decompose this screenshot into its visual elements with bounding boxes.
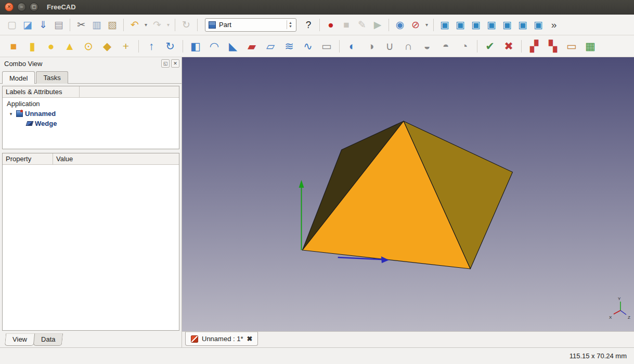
extrude-icon[interactable]: ↑ — [142, 38, 161, 55]
toolbar-separator — [175, 19, 175, 31]
fillet-icon[interactable]: ◠ — [205, 38, 224, 55]
document-tab-label: Unnamed : 1* — [202, 335, 243, 343]
make-face-icon[interactable]: ▰ — [242, 38, 261, 55]
toolbar-separator — [138, 40, 139, 53]
tab-tasks[interactable]: Tasks — [36, 71, 68, 84]
clipping-dropdown-icon[interactable]: ▾ — [423, 17, 430, 33]
close-panel-button[interactable]: ✕ — [171, 59, 179, 68]
box-icon[interactable]: ■ — [4, 38, 23, 55]
ruled-surface-icon[interactable]: ▱ — [261, 38, 280, 55]
window-buttons: ✕ – ▢ — [5, 3, 38, 11]
window-title: FreeCAD — [47, 3, 76, 11]
document-tab[interactable]: Unnamed : 1* ✖ — [185, 332, 258, 346]
window-minimize-button[interactable]: – — [17, 3, 26, 11]
model-tree: Labels & Attributes Application ▾ Unname… — [2, 86, 179, 149]
embed-icon[interactable]: ◓ — [436, 38, 455, 55]
revolve-icon[interactable]: ↻ — [161, 38, 179, 55]
cone-icon[interactable]: ▲ — [60, 38, 79, 55]
cut-icon[interactable]: ✂ — [73, 17, 89, 33]
workbench-selected-label: Part — [219, 21, 283, 29]
paste-icon[interactable]: ▧ — [105, 17, 120, 33]
sphere-icon[interactable]: ● — [42, 38, 60, 55]
mdi-area: Y X Z Unnamed : 1* ✖ — [182, 57, 634, 347]
thickness-icon[interactable]: ▦ — [581, 38, 600, 55]
macro-edit-icon[interactable]: ✎ — [354, 17, 370, 33]
axonometric-view-icon[interactable]: ▣ — [437, 17, 452, 33]
front-view-icon[interactable]: ▣ — [452, 17, 468, 33]
window-close-button[interactable]: ✕ — [5, 3, 14, 11]
shape-builder-icon[interactable]: + — [117, 38, 135, 55]
offset-2d-icon[interactable]: ▭ — [562, 38, 581, 55]
tree-item-document[interactable]: ▾ Unnamed — [3, 109, 179, 119]
3d-scene[interactable]: Y X Z — [182, 57, 634, 331]
toolbar-separator — [433, 19, 434, 31]
property-column-header[interactable]: Property — [3, 153, 53, 164]
property-editor-body[interactable] — [3, 165, 179, 330]
tree-header-label[interactable]: Labels & Attributes — [3, 86, 80, 97]
document-tab-close-icon[interactable]: ✖ — [247, 335, 253, 343]
undo-dropdown-icon[interactable]: ▾ — [143, 17, 149, 33]
gizmo-x-label: X — [609, 315, 612, 320]
box-zoom-icon[interactable]: ◉ — [392, 17, 408, 33]
sweep-icon[interactable]: ∿ — [299, 38, 317, 55]
redo-icon[interactable]: ↷ — [149, 17, 165, 33]
torus-icon[interactable]: ⊙ — [79, 38, 98, 55]
defeaturing-icon[interactable]: ✖ — [499, 38, 518, 55]
window-maximize-button[interactable]: ▢ — [30, 3, 38, 11]
primitives-icon[interactable]: ◆ — [98, 38, 117, 55]
check-geometry-icon[interactable]: ✔ — [481, 38, 499, 55]
left-view-icon[interactable]: ▣ — [531, 17, 546, 33]
part-toolbar: ■▮●▲⊙◆+↑↻◧◠◣▰▱≋∿▭◐◑∪∩◒◓◔✔✖▞▚▭▦ — [0, 35, 634, 57]
combo-view-title: Combo View — [4, 60, 160, 68]
new-file-icon[interactable]: ▢ — [4, 17, 20, 33]
expander-icon[interactable]: ▾ — [8, 111, 14, 116]
right-view-icon[interactable]: ▣ — [484, 17, 499, 33]
toolbar-separator — [319, 19, 320, 31]
toolbar-separator — [123, 19, 124, 31]
clipping-plane-icon[interactable]: ⊘ — [408, 17, 423, 33]
tab-data[interactable]: Data — [33, 333, 63, 346]
workbench-spinner-icon[interactable]: ▲▼ — [287, 20, 294, 29]
minimize-icon: – — [20, 5, 23, 9]
macro-stop-icon[interactable]: ■ — [339, 17, 354, 33]
toolbar-separator — [183, 40, 183, 53]
redo-dropdown-icon[interactable]: ▾ — [165, 17, 172, 33]
tree-item-application[interactable]: Application — [3, 99, 179, 109]
copy-icon[interactable]: ▥ — [89, 17, 105, 33]
panel-splitter[interactable] — [2, 149, 179, 153]
whats-this-icon[interactable]: ? — [301, 17, 316, 33]
macro-record-icon[interactable]: ● — [323, 17, 339, 33]
print-icon[interactable]: ▤ — [51, 17, 67, 33]
cutout-icon[interactable]: ◔ — [455, 38, 474, 55]
loft-icon[interactable]: ≋ — [280, 38, 299, 55]
toolbar-extension-icon[interactable]: » — [546, 17, 562, 33]
tab-model[interactable]: Model — [2, 71, 35, 84]
cross-sections-icon[interactable]: ▚ — [544, 38, 562, 55]
tab-view[interactable]: View — [5, 333, 35, 346]
value-column-header[interactable]: Value — [53, 153, 179, 164]
cylinder-icon[interactable]: ▮ — [23, 38, 42, 55]
union-icon[interactable]: ∪ — [380, 38, 399, 55]
open-file-icon[interactable]: ◪ — [20, 17, 35, 33]
undo-icon[interactable]: ↶ — [127, 17, 143, 33]
save-file-icon[interactable]: ⇓ — [35, 17, 51, 33]
refresh-icon[interactable]: ↻ — [178, 17, 194, 33]
float-panel-button[interactable]: ◱ — [161, 59, 170, 68]
macro-play-icon[interactable]: ▶ — [370, 17, 385, 33]
3d-viewport[interactable]: Y X Z — [182, 57, 634, 331]
rear-view-icon[interactable]: ▣ — [499, 17, 515, 33]
top-view-icon[interactable]: ▣ — [468, 17, 484, 33]
bottom-view-icon[interactable]: ▣ — [515, 17, 531, 33]
offset-icon[interactable]: ▭ — [317, 38, 336, 55]
chamfer-icon[interactable]: ◣ — [224, 38, 242, 55]
tree-item-wedge[interactable]: Wedge — [3, 119, 179, 128]
workbench-selector[interactable]: Part ▲▼ — [205, 18, 296, 32]
mirror-icon[interactable]: ◧ — [186, 38, 205, 55]
intersection-icon[interactable]: ∩ — [399, 38, 418, 55]
boolean-icon[interactable]: ◐ — [343, 38, 361, 55]
connect-icon[interactable]: ◒ — [418, 38, 436, 55]
wedge-icon — [26, 121, 34, 126]
section-icon[interactable]: ▞ — [525, 38, 544, 55]
document-icon — [16, 110, 23, 117]
cut-boolean-icon[interactable]: ◑ — [361, 38, 380, 55]
